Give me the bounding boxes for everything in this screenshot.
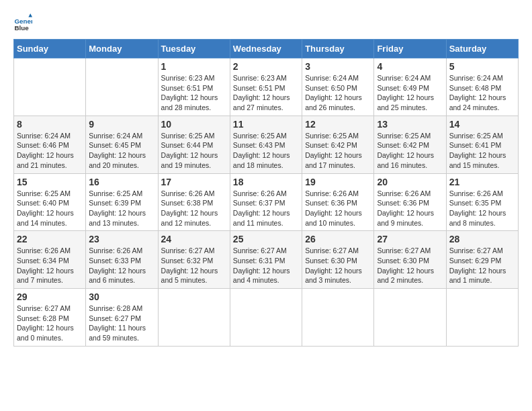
day-info: Sunrise: 6:25 AMSunset: 6:42 PMDaylight:… bbox=[377, 131, 443, 171]
day-info: Sunrise: 6:24 AMSunset: 6:49 PMDaylight:… bbox=[377, 73, 443, 113]
calendar-day-cell: 26 Sunrise: 6:27 AMSunset: 6:30 PMDaylig… bbox=[302, 231, 374, 289]
calendar-day-cell: 28 Sunrise: 6:27 AMSunset: 6:29 PMDaylig… bbox=[446, 231, 518, 289]
weekday-header-row: SundayMondayTuesdayWednesdayThursdayFrid… bbox=[14, 40, 519, 58]
weekday-header: Saturday bbox=[446, 40, 518, 58]
day-number: 4 bbox=[377, 61, 443, 72]
day-info: Sunrise: 6:25 AMSunset: 6:39 PMDaylight:… bbox=[89, 189, 154, 228]
calendar-day-cell bbox=[86, 58, 158, 116]
calendar-day-cell: 16 Sunrise: 6:25 AMSunset: 6:39 PMDaylig… bbox=[86, 173, 158, 231]
day-number: 19 bbox=[305, 177, 371, 187]
calendar-day-cell bbox=[158, 289, 230, 347]
day-info: Sunrise: 6:27 AMSunset: 6:31 PMDaylight:… bbox=[233, 246, 299, 285]
calendar-table: SundayMondayTuesdayWednesdayThursdayFrid… bbox=[13, 39, 519, 347]
day-info: Sunrise: 6:24 AMSunset: 6:46 PMDaylight:… bbox=[17, 131, 83, 171]
weekday-header: Sunday bbox=[14, 40, 86, 58]
day-info: Sunrise: 6:26 AMSunset: 6:33 PMDaylight:… bbox=[89, 246, 154, 285]
calendar-day-cell: 20 Sunrise: 6:26 AMSunset: 6:36 PMDaylig… bbox=[374, 173, 446, 231]
day-number: 23 bbox=[89, 234, 154, 244]
calendar-week-row: 29 Sunrise: 6:27 AMSunset: 6:28 PMDaylig… bbox=[14, 289, 519, 347]
calendar-week-row: 15 Sunrise: 6:25 AMSunset: 6:40 PMDaylig… bbox=[14, 173, 519, 231]
day-info: Sunrise: 6:26 AMSunset: 6:34 PMDaylight:… bbox=[17, 246, 83, 285]
day-number: 21 bbox=[449, 177, 515, 187]
calendar-day-cell: 15 Sunrise: 6:25 AMSunset: 6:40 PMDaylig… bbox=[14, 173, 86, 231]
calendar-day-cell: 12 Sunrise: 6:25 AMSunset: 6:42 PMDaylig… bbox=[302, 116, 374, 173]
calendar-day-cell: 19 Sunrise: 6:26 AMSunset: 6:36 PMDaylig… bbox=[302, 173, 374, 231]
day-number: 22 bbox=[17, 234, 83, 244]
weekday-header: Wednesday bbox=[230, 40, 302, 58]
day-number: 14 bbox=[449, 119, 515, 130]
calendar-day-cell: 23 Sunrise: 6:26 AMSunset: 6:33 PMDaylig… bbox=[86, 231, 158, 289]
weekday-header: Tuesday bbox=[158, 40, 230, 58]
day-number: 27 bbox=[377, 234, 443, 244]
calendar-week-row: 22 Sunrise: 6:26 AMSunset: 6:34 PMDaylig… bbox=[14, 231, 519, 289]
page-header: General Blue bbox=[13, 13, 519, 32]
day-number: 11 bbox=[233, 119, 299, 130]
logo-icon: General Blue bbox=[13, 13, 32, 32]
calendar-day-cell: 3 Sunrise: 6:24 AMSunset: 6:50 PMDayligh… bbox=[302, 58, 374, 116]
calendar-week-row: 1 Sunrise: 6:23 AMSunset: 6:51 PMDayligh… bbox=[14, 58, 519, 116]
calendar-day-cell: 14 Sunrise: 6:25 AMSunset: 6:41 PMDaylig… bbox=[446, 116, 518, 173]
day-info: Sunrise: 6:26 AMSunset: 6:36 PMDaylight:… bbox=[305, 189, 371, 228]
calendar-day-cell: 24 Sunrise: 6:27 AMSunset: 6:32 PMDaylig… bbox=[158, 231, 230, 289]
calendar-day-cell bbox=[374, 289, 446, 347]
day-info: Sunrise: 6:24 AMSunset: 6:45 PMDaylight:… bbox=[89, 131, 154, 171]
calendar-day-cell: 30 Sunrise: 6:28 AMSunset: 6:27 PMDaylig… bbox=[86, 289, 158, 347]
calendar-day-cell: 10 Sunrise: 6:25 AMSunset: 6:44 PMDaylig… bbox=[158, 116, 230, 173]
day-info: Sunrise: 6:28 AMSunset: 6:27 PMDaylight:… bbox=[89, 304, 154, 343]
day-number: 28 bbox=[449, 234, 515, 244]
day-number: 25 bbox=[233, 234, 299, 244]
day-number: 20 bbox=[377, 177, 443, 187]
day-number: 15 bbox=[17, 177, 83, 187]
day-number: 3 bbox=[305, 61, 371, 72]
calendar-day-cell bbox=[14, 58, 86, 116]
calendar-day-cell: 11 Sunrise: 6:25 AMSunset: 6:43 PMDaylig… bbox=[230, 116, 302, 173]
calendar-day-cell: 2 Sunrise: 6:23 AMSunset: 6:51 PMDayligh… bbox=[230, 58, 302, 116]
day-info: Sunrise: 6:24 AMSunset: 6:50 PMDaylight:… bbox=[305, 73, 371, 113]
day-number: 16 bbox=[89, 177, 154, 187]
weekday-header: Friday bbox=[374, 40, 446, 58]
calendar-day-cell bbox=[302, 289, 374, 347]
svg-text:Blue: Blue bbox=[14, 24, 29, 32]
calendar-day-cell: 8 Sunrise: 6:24 AMSunset: 6:46 PMDayligh… bbox=[14, 116, 86, 173]
logo: General Blue bbox=[13, 13, 35, 32]
day-number: 12 bbox=[305, 119, 371, 130]
day-number: 17 bbox=[161, 177, 227, 187]
calendar-day-cell bbox=[230, 289, 302, 347]
day-info: Sunrise: 6:27 AMSunset: 6:32 PMDaylight:… bbox=[161, 246, 227, 285]
calendar-day-cell: 9 Sunrise: 6:24 AMSunset: 6:45 PMDayligh… bbox=[86, 116, 158, 173]
day-info: Sunrise: 6:27 AMSunset: 6:29 PMDaylight:… bbox=[449, 246, 515, 285]
calendar-day-cell: 5 Sunrise: 6:24 AMSunset: 6:48 PMDayligh… bbox=[446, 58, 518, 116]
day-number: 10 bbox=[161, 119, 227, 130]
day-info: Sunrise: 6:25 AMSunset: 6:40 PMDaylight:… bbox=[17, 189, 83, 228]
day-number: 18 bbox=[233, 177, 299, 187]
day-number: 1 bbox=[161, 61, 227, 72]
day-number: 9 bbox=[89, 119, 154, 130]
day-info: Sunrise: 6:27 AMSunset: 6:30 PMDaylight:… bbox=[377, 246, 443, 285]
day-info: Sunrise: 6:26 AMSunset: 6:36 PMDaylight:… bbox=[377, 189, 443, 228]
day-number: 8 bbox=[17, 119, 83, 130]
calendar-day-cell: 4 Sunrise: 6:24 AMSunset: 6:49 PMDayligh… bbox=[374, 58, 446, 116]
day-info: Sunrise: 6:26 AMSunset: 6:37 PMDaylight:… bbox=[233, 189, 299, 228]
day-number: 13 bbox=[377, 119, 443, 130]
calendar-week-row: 8 Sunrise: 6:24 AMSunset: 6:46 PMDayligh… bbox=[14, 116, 519, 173]
calendar-day-cell: 25 Sunrise: 6:27 AMSunset: 6:31 PMDaylig… bbox=[230, 231, 302, 289]
day-info: Sunrise: 6:24 AMSunset: 6:48 PMDaylight:… bbox=[449, 73, 515, 113]
day-info: Sunrise: 6:25 AMSunset: 6:43 PMDaylight:… bbox=[233, 131, 299, 171]
day-number: 24 bbox=[161, 234, 227, 244]
svg-marker-2 bbox=[28, 13, 32, 17]
day-info: Sunrise: 6:25 AMSunset: 6:41 PMDaylight:… bbox=[449, 131, 515, 171]
calendar-day-cell: 17 Sunrise: 6:26 AMSunset: 6:38 PMDaylig… bbox=[158, 173, 230, 231]
day-info: Sunrise: 6:23 AMSunset: 6:51 PMDaylight:… bbox=[161, 73, 227, 113]
day-number: 30 bbox=[89, 291, 154, 302]
calendar-day-cell: 18 Sunrise: 6:26 AMSunset: 6:37 PMDaylig… bbox=[230, 173, 302, 231]
calendar-day-cell: 22 Sunrise: 6:26 AMSunset: 6:34 PMDaylig… bbox=[14, 231, 86, 289]
day-info: Sunrise: 6:26 AMSunset: 6:35 PMDaylight:… bbox=[449, 189, 515, 228]
calendar-day-cell: 29 Sunrise: 6:27 AMSunset: 6:28 PMDaylig… bbox=[14, 289, 86, 347]
day-info: Sunrise: 6:23 AMSunset: 6:51 PMDaylight:… bbox=[233, 73, 299, 113]
calendar-day-cell: 1 Sunrise: 6:23 AMSunset: 6:51 PMDayligh… bbox=[158, 58, 230, 116]
day-number: 2 bbox=[233, 61, 299, 72]
weekday-header: Thursday bbox=[302, 40, 374, 58]
weekday-header: Monday bbox=[86, 40, 158, 58]
day-info: Sunrise: 6:25 AMSunset: 6:42 PMDaylight:… bbox=[305, 131, 371, 171]
calendar-day-cell bbox=[446, 289, 518, 347]
